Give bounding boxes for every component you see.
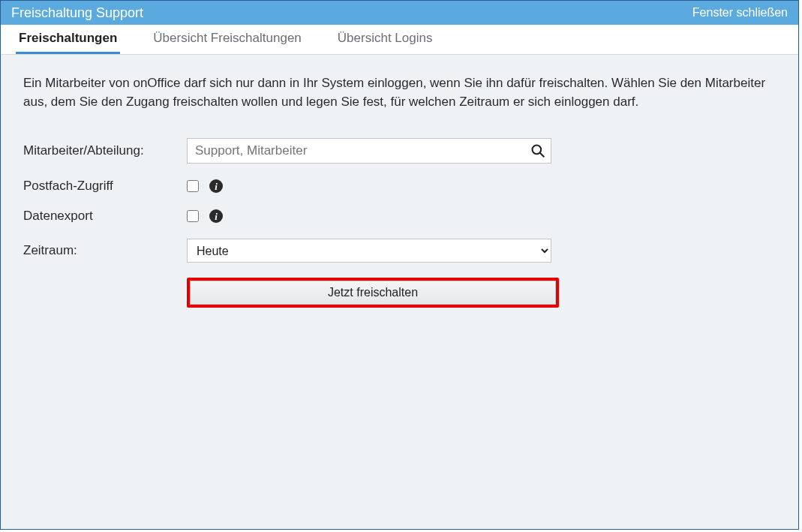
employee-search-wrap <box>187 138 551 164</box>
submit-highlight-frame: Jetzt freischalten <box>187 278 559 308</box>
data-export-checkbox[interactable] <box>187 210 199 222</box>
tab-bar: Freischaltungen Übersicht Freischaltunge… <box>1 25 798 55</box>
tab-uebersicht-logins[interactable]: Übersicht Logins <box>335 23 436 54</box>
close-window-link[interactable]: Fenster schließen <box>692 6 788 20</box>
tab-label: Übersicht Logins <box>338 31 433 45</box>
tab-uebersicht-freischaltungen[interactable]: Übersicht Freischaltungen <box>150 23 304 54</box>
info-icon[interactable]: i <box>209 209 223 223</box>
tab-label: Übersicht Freischaltungen <box>153 31 301 45</box>
row-period: Zeitraum: Heute <box>23 239 776 263</box>
employee-search-input[interactable] <box>187 138 551 164</box>
tab-label: Freischaltungen <box>19 31 117 45</box>
window-root: Freischaltung Support Fenster schließen … <box>0 0 799 530</box>
content-area: Ein Mitarbeiter von onOffice darf sich n… <box>1 55 798 529</box>
label-mailbox-access: Postfach-Zugriff <box>23 179 187 194</box>
mailbox-access-controls: i <box>187 179 223 193</box>
label-data-export: Datenexport <box>23 209 187 224</box>
mailbox-access-checkbox[interactable] <box>187 180 199 192</box>
titlebar: Freischaltung Support Fenster schließen <box>1 1 798 25</box>
info-icon[interactable]: i <box>209 179 223 193</box>
row-mailbox-access: Postfach-Zugriff i <box>23 179 776 194</box>
activate-now-button[interactable]: Jetzt freischalten <box>190 281 556 305</box>
period-select[interactable]: Heute <box>187 239 551 263</box>
window-title: Freischaltung Support <box>11 5 143 21</box>
row-data-export: Datenexport i <box>23 209 776 224</box>
tab-freischaltungen[interactable]: Freischaltungen <box>16 23 120 54</box>
label-employee: Mitarbeiter/Abteilung: <box>23 143 187 158</box>
label-period: Zeitraum: <box>23 243 187 258</box>
submit-row: Jetzt freischalten <box>187 278 776 308</box>
period-select-wrap: Heute <box>187 239 551 263</box>
row-employee: Mitarbeiter/Abteilung: <box>23 138 776 164</box>
intro-paragraph: Ein Mitarbeiter von onOffice darf sich n… <box>23 74 773 111</box>
data-export-controls: i <box>187 209 223 223</box>
